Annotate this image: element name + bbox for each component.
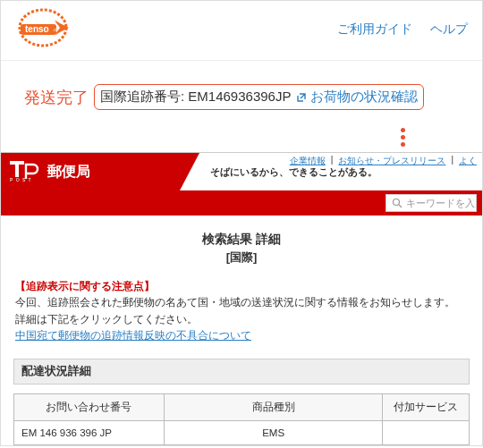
tenso-logo: tenso .com <box>10 8 76 51</box>
svg-text:P O S T: P O S T <box>10 177 32 182</box>
notice-body: 今回、追跡照会された郵便物の名あて国・地域の送達状況に関する情報をお知らせします… <box>15 294 468 310</box>
link-press[interactable]: お知らせ・プレスリリース <box>338 155 445 167</box>
nav-help[interactable]: ヘルプ <box>430 21 468 38</box>
th-inquiry: お問い合わせ番号 <box>14 393 165 420</box>
th-kind: 商品種別 <box>164 393 382 420</box>
detail-table: お問い合わせ番号 商品種別 付加サービス EM 146 936 396 JP E… <box>13 393 470 445</box>
cell-kind: EMS <box>164 420 382 444</box>
app-header: tenso .com ご利用ガイド ヘルプ <box>1 1 482 61</box>
detail-header: 配達状況詳細 <box>13 359 470 385</box>
svg-rect-5 <box>15 165 19 177</box>
japan-post-top-links: 企業情報 | お知らせ・プレスリリース | よく <box>290 155 477 167</box>
result-title: 検索結果 詳細 <box>1 216 482 249</box>
th-service: 付加サービス <box>383 393 470 420</box>
japan-post-brand: 郵便局 <box>47 163 90 182</box>
svg-point-7 <box>394 199 400 206</box>
table-header-row: お問い合わせ番号 商品種別 付加サービス <box>14 393 470 420</box>
svg-line-8 <box>399 205 402 207</box>
notice-link[interactable]: 中国宛て郵便物の追跡情報反映の不具合について <box>15 330 251 341</box>
external-link-icon <box>296 92 307 103</box>
tracking-box: 国際追跡番号: EM146936396JP お荷物の状況確認 <box>94 84 424 110</box>
table-row: EM 146 936 396 JP EMS <box>14 420 470 444</box>
japan-post-panel: P O S T 郵便局 そばにいるから、できることがある。 企業情報 | お知ら… <box>1 152 482 445</box>
status-label: 発送完了 <box>24 87 89 108</box>
tracking-number: 国際追跡番号: EM146936396JP <box>100 89 291 106</box>
link-faq[interactable]: よく <box>459 155 477 167</box>
result-subtitle: [国際] <box>1 249 482 278</box>
status-row: 発送完了 国際追跡番号: EM146936396JP お荷物の状況確認 <box>1 61 482 126</box>
connector-dots <box>323 126 482 152</box>
cell-service <box>383 420 470 444</box>
cell-inquiry: EM 146 936 396 JP <box>14 420 165 444</box>
tracking-status-link[interactable]: お荷物の状況確認 <box>296 89 418 106</box>
svg-text:tenso: tenso <box>25 24 49 34</box>
notice-body-2: 詳細は下記をクリックしてください。 <box>15 311 468 327</box>
japan-post-logo: P O S T 郵便局 <box>1 153 180 190</box>
link-corporate[interactable]: 企業情報 <box>290 155 326 167</box>
notice-block: 【追跡表示に関する注意点】 今回、追跡照会された郵便物の名あて国・地域の送達状況… <box>1 278 482 353</box>
search-icon <box>392 198 402 208</box>
svg-rect-4 <box>10 161 24 165</box>
nav-guide[interactable]: ご利用ガイド <box>337 21 412 38</box>
search-input[interactable]: キーワードを入力 <box>386 194 477 212</box>
notice-title: 【追跡表示に関する注意点】 <box>15 278 468 294</box>
